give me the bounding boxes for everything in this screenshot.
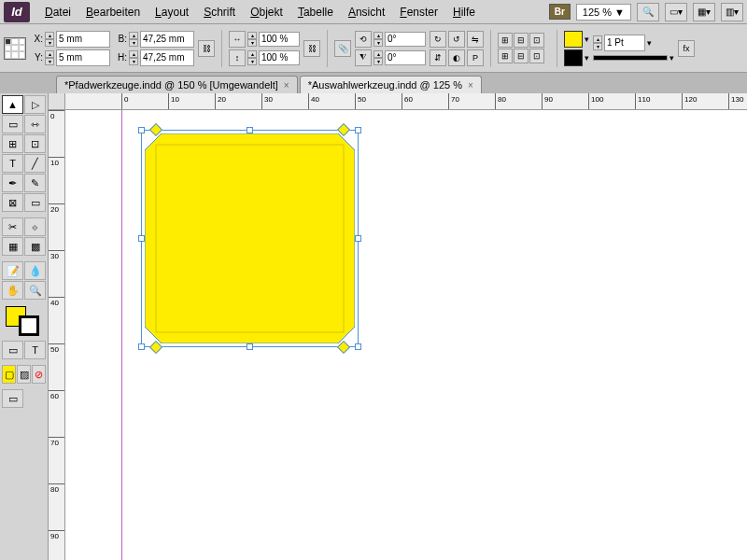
menu-layout[interactable]: Layout	[148, 2, 196, 22]
align-5[interactable]: ⊟	[514, 49, 529, 63]
text-format[interactable]: T	[24, 341, 46, 359]
container-icon[interactable]: 📎	[334, 40, 351, 57]
corner-handle-bl[interactable]	[149, 341, 162, 354]
apply-gradient[interactable]: ▨	[17, 365, 31, 384]
rotate-ccw-icon[interactable]: ↺	[448, 31, 465, 48]
direct-selection-tool[interactable]: ▷	[24, 95, 46, 114]
handle-br[interactable]	[355, 343, 361, 350]
menu-hilfe[interactable]: Hilfe	[445, 2, 483, 22]
align-3[interactable]: ⊡	[529, 33, 544, 48]
menu-ansicht[interactable]: Ansicht	[341, 2, 392, 22]
flip-h-icon[interactable]: ⇋	[467, 31, 484, 48]
stroke-weight-input[interactable]	[604, 35, 645, 51]
scale-y-input[interactable]	[259, 50, 300, 65]
align-group: ⊞ ⊟ ⊡ ⊞ ⊟ ⊡	[498, 33, 550, 63]
x-input[interactable]	[56, 31, 110, 48]
pencil-tool[interactable]: ✎	[24, 174, 46, 192]
transform-icon[interactable]: ◐	[448, 49, 465, 66]
color-controls	[2, 306, 46, 340]
handle-tm[interactable]	[247, 127, 253, 133]
apply-none[interactable]: ⊘	[32, 365, 46, 384]
workspace-icon[interactable]: ▥▾	[721, 3, 743, 21]
container-format[interactable]: ▭	[2, 341, 23, 359]
handle-bm[interactable]	[247, 343, 253, 350]
flip-v-icon[interactable]: ⇵	[430, 49, 446, 66]
workspace: ▲▷ ▭⇿ ⊞⊡ T╱ ✒✎ ⊠▭ ✂⟐ ▦▩ 📝💧 ✋🔍 ▭T ▢▨⊘ ▭ 0…	[0, 93, 747, 560]
y-input[interactable]	[56, 49, 110, 66]
hand-tool[interactable]: ✋	[2, 281, 23, 300]
type-tool[interactable]: T	[2, 154, 23, 173]
gap-tool[interactable]: ⇿	[24, 115, 46, 133]
rectangle-tool[interactable]: ▭	[24, 193, 46, 212]
zoom-level[interactable]: 125 % ▼	[576, 4, 631, 21]
rotate-cw-icon[interactable]: ↻	[430, 31, 446, 48]
handle-mr[interactable]	[355, 235, 361, 242]
zoom-tool[interactable]: 🔍	[24, 281, 46, 300]
fx-icon[interactable]: fx	[678, 40, 695, 57]
gradient-tool[interactable]: ▦	[2, 237, 23, 256]
stroke-swatch[interactable]	[564, 49, 583, 66]
constrain-scale-icon[interactable]: ⛓	[303, 40, 320, 57]
height-input[interactable]	[140, 49, 194, 66]
screen-mode-icon[interactable]: ▭▾	[665, 3, 687, 21]
menu-schrift[interactable]: Schrift	[196, 2, 243, 22]
view-mode[interactable]: ▭	[2, 389, 23, 408]
search-icon[interactable]: 🔍	[637, 3, 659, 21]
frame-tool[interactable]: ⊠	[2, 193, 23, 212]
apply-color[interactable]: ▢	[2, 365, 16, 384]
menu-tabelle[interactable]: Tabelle	[290, 2, 341, 22]
align-6[interactable]: ⊡	[529, 49, 544, 63]
menu-objekt[interactable]: Objekt	[243, 2, 290, 22]
menu-datei[interactable]: Datei	[37, 2, 78, 22]
pen-tool[interactable]: ✒	[2, 174, 23, 192]
x-label: X:	[30, 34, 43, 44]
bridge-button[interactable]: Br	[549, 4, 571, 20]
eyedropper-tool[interactable]: 💧	[24, 261, 46, 280]
align-1[interactable]: ⊞	[498, 33, 513, 48]
handle-ml[interactable]	[138, 235, 145, 242]
selected-object[interactable]	[145, 133, 355, 343]
tab-pfadwerkzeuge[interactable]: *Pfadwerkzeuge.indd @ 150 % [Umgewandelt…	[56, 76, 298, 93]
app-icon: Id	[4, 2, 30, 22]
handle-bl[interactable]	[138, 343, 145, 350]
canvas[interactable]	[65, 110, 747, 560]
ruler-origin[interactable]	[49, 93, 65, 110]
arrange-icon[interactable]: ▦▾	[693, 3, 715, 21]
scissors-tool[interactable]: ✂	[2, 217, 23, 236]
scale-x-input[interactable]	[259, 32, 300, 47]
stroke-color[interactable]	[19, 315, 39, 336]
handle-tl[interactable]	[138, 127, 145, 133]
menu-bearbeiten[interactable]: Bearbeiten	[78, 2, 148, 22]
page-margin-guide	[121, 110, 122, 560]
tab-auswahlwerkzeug[interactable]: *Auswahlwerkzeug.indd @ 125 %×	[300, 76, 482, 93]
rotate-input[interactable]	[385, 32, 426, 47]
constrain-icon[interactable]: ⛓	[198, 40, 215, 57]
line-tool[interactable]: ╱	[24, 154, 46, 173]
control-bar: X:▴▾ Y:▴▾ B:▴▾ H:▴▾ ⛓ ↔▴▾ ↕▴▾ ⛓ 📎 ⟲▴▾ ⧨▴…	[0, 24, 747, 73]
close-icon[interactable]: ×	[468, 80, 473, 91]
page-tool[interactable]: ▭	[2, 115, 23, 133]
menu-fenster[interactable]: Fenster	[392, 2, 445, 22]
corner-handle-br[interactable]	[337, 341, 350, 354]
handle-tr[interactable]	[355, 127, 361, 133]
horizontal-ruler[interactable]: 0 10 20 30 40 50 60 70 80 90 100 110 120…	[65, 93, 747, 110]
transform-tool[interactable]: ⟐	[24, 217, 46, 236]
close-icon[interactable]: ×	[284, 80, 289, 91]
width-input[interactable]	[140, 31, 194, 48]
reference-point[interactable]	[4, 37, 26, 60]
gradient-feather-tool[interactable]: ▩	[24, 237, 46, 256]
shear-input[interactable]	[385, 50, 426, 65]
content-tool-2[interactable]: ⊡	[24, 134, 46, 153]
align-4[interactable]: ⊞	[498, 49, 513, 63]
vertical-ruler[interactable]: 0 10 20 30 40 50 60 70 80 90	[49, 110, 65, 560]
selection-tool[interactable]: ▲	[2, 95, 23, 114]
content-tool[interactable]: ⊞	[2, 134, 23, 153]
stroke-style[interactable]	[593, 55, 668, 61]
p-icon[interactable]: P	[467, 49, 484, 66]
note-tool[interactable]: 📝	[2, 261, 23, 280]
corner-handle-tr[interactable]	[337, 123, 350, 136]
corner-handle-tl[interactable]	[149, 123, 162, 136]
fill-swatch[interactable]	[564, 31, 583, 48]
toolbox: ▲▷ ▭⇿ ⊞⊡ T╱ ✒✎ ⊠▭ ✂⟐ ▦▩ 📝💧 ✋🔍 ▭T ▢▨⊘ ▭	[0, 93, 49, 560]
align-2[interactable]: ⊟	[514, 33, 529, 48]
